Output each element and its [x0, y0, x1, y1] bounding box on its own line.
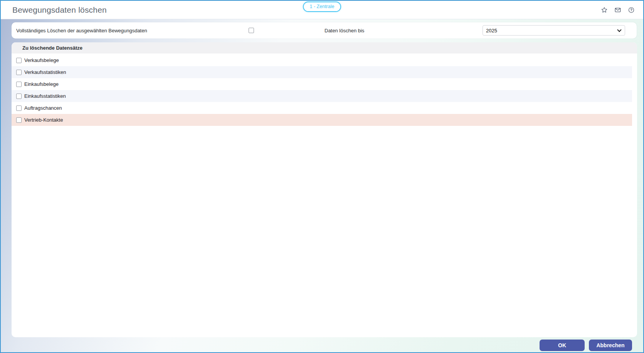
cancel-button[interactable]: Abbrechen [589, 340, 632, 351]
list-item-einkaufsbelege[interactable]: Einkaufsbelege [12, 78, 632, 90]
row-label: Einkaufsstatistiken [24, 93, 66, 99]
list-item-einkaufsstatistiken[interactable]: Einkaufsstatistiken [12, 90, 632, 102]
section-header: Zu löschende Datensätze [12, 42, 637, 54]
list-item-auftragschancen[interactable]: Auftragschancen [12, 102, 632, 114]
top-controls-panel: Vollständiges Löschen der ausgewählten B… [12, 22, 637, 38]
page-title: Bewegungsdaten löschen [12, 5, 107, 15]
row-label: Einkaufsbelege [24, 81, 59, 87]
help-icon[interactable] [626, 5, 636, 15]
full-delete-checkbox[interactable] [249, 28, 254, 33]
row-checkbox[interactable] [16, 70, 22, 75]
row-label: Verkaufsstatistiken [24, 69, 66, 75]
row-checkbox[interactable] [16, 94, 22, 99]
titlebar-icons [599, 5, 636, 15]
full-delete-label: Vollständiges Löschen der ausgewählten B… [16, 28, 147, 33]
mandant-badge[interactable]: 1 - Zentrale [303, 2, 341, 12]
row-checkbox[interactable] [16, 82, 22, 87]
list-item-verkaufsbelege[interactable]: Verkaufsbelege [12, 54, 632, 66]
delete-until-label: Daten löschen bis [325, 28, 364, 33]
ok-button[interactable]: OK [540, 340, 585, 351]
list-item-verkaufsstatistiken[interactable]: Verkaufsstatistiken [12, 66, 632, 78]
mail-icon[interactable] [613, 5, 623, 15]
dataset-list-panel: Zu löschende Datensätze Verkaufsbelege V… [12, 42, 637, 337]
dataset-list: Verkaufsbelege Verkaufsstatistiken Einka… [12, 54, 637, 126]
row-checkbox[interactable] [16, 117, 22, 123]
title-bar: Bewegungsdaten löschen 1 - Zentrale [1, 1, 643, 19]
year-select-wrap: 2025 [483, 25, 625, 36]
row-checkbox[interactable] [16, 105, 22, 111]
dialog-window: Bewegungsdaten löschen 1 - Zentrale [0, 0, 644, 353]
list-item-vertrieb-kontakte[interactable]: Vertrieb-Kontakte [12, 114, 632, 126]
year-select[interactable]: 2025 [483, 25, 625, 36]
row-checkbox[interactable] [16, 58, 22, 63]
row-label: Auftragschancen [24, 105, 62, 111]
row-label: Verkaufsbelege [24, 57, 59, 63]
row-label: Vertrieb-Kontakte [24, 117, 63, 123]
star-icon[interactable] [599, 5, 609, 15]
